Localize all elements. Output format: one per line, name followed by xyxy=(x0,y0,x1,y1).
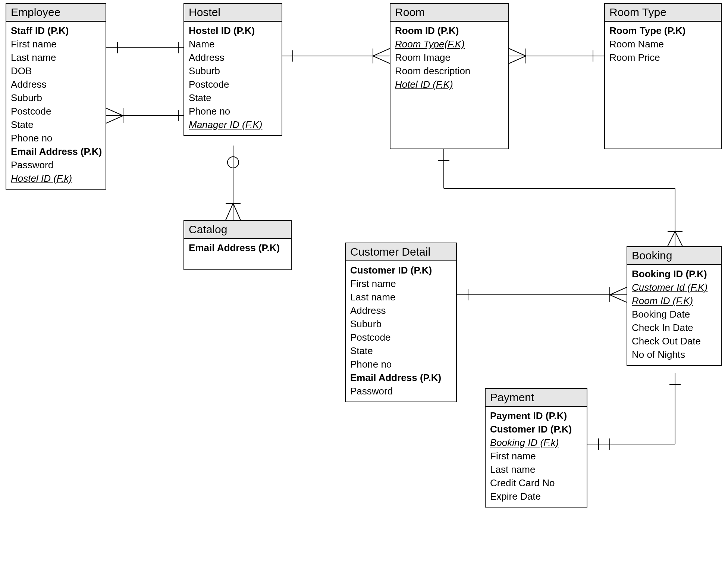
entity-body: Customer ID (P.K)First nameLast nameAddr… xyxy=(346,261,456,402)
attribute: Room ID (F.K) xyxy=(632,294,716,307)
entity-body: Payment ID (P.K)Customer ID (P.K)Booking… xyxy=(486,407,587,507)
entity-payment: Payment Payment ID (P.K)Customer ID (P.K… xyxy=(485,388,587,508)
attribute: Room Name xyxy=(609,37,716,51)
attribute: Room Price xyxy=(609,51,716,64)
attribute: First name xyxy=(350,277,452,290)
attribute: Hotel ID (F.K) xyxy=(395,78,504,91)
attribute: Suburb xyxy=(350,317,452,331)
attribute: Room Type(F.K) xyxy=(395,37,504,51)
entity-title: Catalog xyxy=(184,221,291,239)
attribute: Booking Date xyxy=(632,307,716,321)
entity-employee: Employee Staff ID (P.K)First nameLast na… xyxy=(6,3,106,190)
attribute: Payment ID (P.K) xyxy=(490,409,582,422)
attribute: DOB xyxy=(11,64,101,78)
attribute: State xyxy=(189,91,277,104)
attribute: First name xyxy=(11,37,101,51)
attribute: Room Type (P.K) xyxy=(609,24,716,37)
attribute: First name xyxy=(490,449,582,463)
entity-body: Room ID (P.K)Room Type(F.K)Room ImageRoo… xyxy=(390,22,508,95)
attribute: Customer ID (P.K) xyxy=(490,422,582,436)
entity-body: Staff ID (P.K)First nameLast nameDOBAddr… xyxy=(6,22,106,189)
attribute: Postcode xyxy=(189,78,277,91)
attribute: Room ID (P.K) xyxy=(395,24,504,37)
attribute: Phone no xyxy=(189,104,277,118)
attribute: Email Address (P.K) xyxy=(350,371,452,384)
attribute: Expire Date xyxy=(490,490,582,503)
attribute: Phone no xyxy=(11,131,101,145)
entity-roomtype: Room Type Room Type (P.K)Room NameRoom P… xyxy=(604,3,722,149)
entity-title: Employee xyxy=(6,4,106,22)
entity-hostel: Hostel Hostel ID (P.K)NameAddressSuburbP… xyxy=(183,3,282,136)
svg-point-13 xyxy=(228,157,239,168)
attribute: Last name xyxy=(490,463,582,476)
attribute: Last name xyxy=(350,290,452,304)
entity-title: Room xyxy=(390,4,508,22)
entity-title: Hostel xyxy=(184,4,282,22)
attribute: Staff ID (P.K) xyxy=(11,24,101,37)
entity-catalog: Catalog Email Address (P.K) xyxy=(183,220,292,270)
entity-body: Hostel ID (P.K)NameAddressSuburbPostcode… xyxy=(184,22,282,135)
attribute: Suburb xyxy=(11,91,101,104)
attribute: Last name xyxy=(11,51,101,64)
attribute: Address xyxy=(11,78,101,91)
attribute: Email Address (P.K) xyxy=(11,145,101,158)
entity-booking: Booking Booking ID (P.K)Customer Id (F.K… xyxy=(627,246,722,366)
entity-body: Room Type (P.K)Room NameRoom Price xyxy=(605,22,721,68)
attribute: Hostel ID (P.K) xyxy=(189,24,277,37)
attribute: No of Nights xyxy=(632,348,716,361)
attribute: Address xyxy=(189,51,277,64)
attribute: Booking ID (F.k) xyxy=(490,436,582,449)
attribute: State xyxy=(11,118,101,131)
entity-body: Email Address (P.K) xyxy=(184,239,291,269)
attribute: Email Address (P.K) xyxy=(189,241,286,255)
entity-title: Booking xyxy=(627,247,721,265)
attribute: Room description xyxy=(395,64,504,78)
attribute: State xyxy=(350,344,452,357)
attribute: Check In Date xyxy=(632,321,716,334)
entity-title: Customer Detail xyxy=(346,243,456,261)
attribute: Postcode xyxy=(11,104,101,118)
attribute: Room Image xyxy=(395,51,504,64)
entity-title: Payment xyxy=(486,389,587,407)
entity-room: Room Room ID (P.K)Room Type(F.K)Room Ima… xyxy=(390,3,509,149)
attribute: Customer Id (F.K) xyxy=(632,281,716,294)
attribute: Address xyxy=(350,304,452,317)
entity-customer: Customer Detail Customer ID (P.K)First n… xyxy=(345,243,457,402)
er-diagram: Employee Staff ID (P.K)First nameLast na… xyxy=(0,0,728,587)
attribute: Manager ID (F.K) xyxy=(189,118,277,131)
attribute: Check Out Date xyxy=(632,334,716,348)
attribute: Postcode xyxy=(350,331,452,344)
attribute: Phone no xyxy=(350,357,452,371)
attribute: Credit Card No xyxy=(490,476,582,490)
attribute: Customer ID (P.K) xyxy=(350,263,452,277)
attribute: Suburb xyxy=(189,64,277,78)
attribute: Name xyxy=(189,37,277,51)
attribute: Password xyxy=(350,384,452,398)
attribute: Password xyxy=(11,158,101,172)
attribute: Booking ID (P.K) xyxy=(632,267,716,281)
entity-body: Booking ID (P.K)Customer Id (F.K)Room ID… xyxy=(627,265,721,365)
attribute: Hostel ID (F.k) xyxy=(11,172,101,185)
entity-title: Room Type xyxy=(605,4,721,22)
